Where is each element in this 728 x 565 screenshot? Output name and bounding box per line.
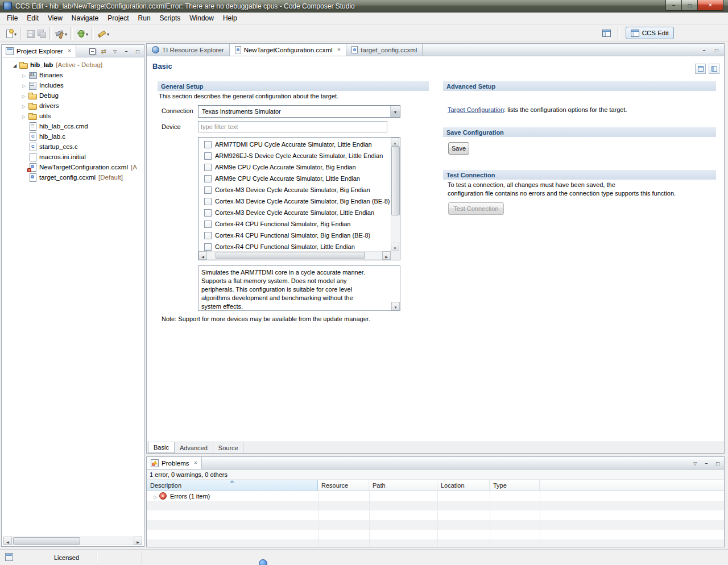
scroll-down-button[interactable]: [391, 243, 399, 251]
scroll-left-button[interactable]: [3, 537, 12, 545]
scroll-right-button[interactable]: [134, 537, 142, 545]
perspective-ccs-edit-button[interactable]: CCS Edit: [626, 27, 674, 39]
menu-edit[interactable]: Edit: [22, 13, 43, 24]
tab-advanced[interactable]: Advanced: [175, 442, 213, 453]
maximize-editor-button[interactable]: [712, 45, 722, 55]
chevron-down-icon[interactable]: [65, 30, 67, 37]
maximize-button[interactable]: [682, 0, 698, 11]
expander-icon[interactable]: [20, 113, 28, 119]
close-button[interactable]: [698, 0, 723, 11]
device-list[interactable]: ARM7TDMI CPU Cycle Accurate Simulator, L…: [198, 137, 400, 260]
menu-window[interactable]: Window: [185, 13, 218, 24]
device-checkbox[interactable]: [204, 186, 212, 194]
connection-combo[interactable]: Texas Instruments Simulator: [198, 105, 400, 118]
column-resource[interactable]: Resource: [318, 480, 369, 491]
tab-source[interactable]: Source: [213, 442, 244, 453]
device-checkbox[interactable]: [204, 152, 212, 160]
edit-resource-button[interactable]: [96, 27, 110, 40]
fast-view-icon[interactable]: [5, 553, 13, 561]
tab-target-config-ccxml[interactable]: target_config.ccxml: [346, 44, 423, 56]
device-checkbox[interactable]: [204, 209, 212, 217]
link-with-editor-button[interactable]: [98, 46, 109, 56]
device-description-box[interactable]: Simulates the ARM7TDMI core in a cycle a…: [198, 265, 400, 311]
combo-dropdown-button[interactable]: [390, 106, 400, 117]
device-checkbox[interactable]: [204, 221, 212, 228]
layout-columns-button[interactable]: [695, 64, 706, 74]
menu-project[interactable]: Project: [103, 13, 133, 24]
tree-item-debug[interactable]: Debug: [2, 90, 144, 101]
column-type[interactable]: Type: [490, 480, 540, 491]
tree-item-drivers[interactable]: drivers: [2, 101, 144, 111]
problems-tab[interactable]: Problems: [147, 457, 202, 469]
scroll-left-button[interactable]: [198, 251, 207, 260]
scroll-up-button[interactable]: [391, 138, 399, 146]
device-checkbox[interactable]: [204, 232, 212, 239]
close-view-icon[interactable]: [68, 48, 72, 53]
expander-icon[interactable]: [20, 72, 28, 78]
view-menu-button[interactable]: [690, 458, 700, 468]
menu-navigate[interactable]: Navigate: [67, 13, 103, 24]
table-row-errors-group[interactable]: Errors (1 item): [147, 491, 724, 501]
minimize-view-button[interactable]: [121, 46, 131, 56]
scroll-thumb[interactable]: [216, 252, 365, 259]
save-button[interactable]: [24, 27, 36, 40]
open-perspective-button[interactable]: [602, 28, 612, 38]
device-list-item[interactable]: ARM7TDMI CPU Cycle Accurate Simulator, L…: [198, 139, 391, 150]
tree-item-includes[interactable]: Includes: [2, 80, 144, 90]
save-all-button[interactable]: [36, 27, 47, 40]
debug-button[interactable]: [75, 27, 89, 40]
title-bar[interactable]: CCS Edit - hib_lab/NewTargetConfiguratio…: [0, 0, 728, 13]
test-connection-button[interactable]: Test Connection: [448, 202, 504, 215]
menu-scripts[interactable]: Scripts: [155, 13, 185, 24]
close-tab-icon[interactable]: [337, 47, 341, 52]
column-description[interactable]: Description: [147, 480, 318, 491]
view-menu-button[interactable]: [110, 46, 120, 56]
scroll-track[interactable]: [207, 251, 382, 260]
tree-item-startup-ccs-c[interactable]: startup_ccs.c: [2, 142, 144, 152]
chevron-down-icon[interactable]: [86, 30, 88, 37]
minimize-editor-button[interactable]: [699, 45, 709, 55]
tree-item-hib-lab[interactable]: hib_lab [Active - Debug]: [2, 60, 144, 70]
device-list-item[interactable]: Cortex-R4 CPU Functional Simulator, Big …: [198, 218, 391, 230]
maximize-view-button[interactable]: [133, 46, 143, 56]
tab-newtargetconfiguration-ccxml[interactable]: NewTargetConfiguration.ccxml: [230, 44, 347, 56]
target-configuration-link[interactable]: Target Configuration: [448, 106, 504, 113]
device-checkbox[interactable]: [204, 243, 212, 251]
tab-basic[interactable]: Basic: [148, 442, 175, 453]
save-configuration-button[interactable]: Save: [448, 142, 469, 155]
chevron-down-icon[interactable]: [14, 30, 16, 37]
menu-help[interactable]: Help: [218, 13, 242, 24]
tree-item-binaries[interactable]: Binaries: [2, 70, 144, 80]
device-checkbox[interactable]: [204, 164, 212, 171]
device-list-item[interactable]: Cortex-R4 CPU Functional Simulator, Litt…: [198, 241, 391, 251]
scroll-down-button[interactable]: [391, 302, 400, 310]
expander-icon[interactable]: [20, 82, 28, 89]
expander-icon[interactable]: [20, 92, 28, 99]
tree-item-macros-ini-initial[interactable]: macros.ini.initial: [2, 152, 144, 162]
collapse-all-button[interactable]: [87, 46, 97, 56]
scroll-track[interactable]: [12, 537, 134, 545]
menu-run[interactable]: Run: [134, 13, 155, 24]
tree-item-target-config-ccxml[interactable]: target_config.ccxml [Default]: [2, 172, 144, 182]
menu-view[interactable]: View: [43, 13, 67, 24]
menu-file[interactable]: File: [2, 13, 22, 24]
project-explorer-tab[interactable]: Project Explorer: [2, 45, 76, 57]
minimize-view-button[interactable]: [701, 458, 712, 468]
tree-item-hib-lab-ccs-cmd[interactable]: hib_lab_ccs.cmd: [2, 121, 144, 131]
build-button[interactable]: [54, 27, 68, 40]
layout-rows-button[interactable]: [709, 64, 719, 74]
chevron-down-icon[interactable]: [107, 30, 109, 37]
device-list-item[interactable]: Cortex-R4 CPU Functional Simulator, Big …: [198, 230, 391, 241]
new-button[interactable]: [3, 27, 18, 40]
scroll-thumb[interactable]: [391, 146, 400, 215]
device-checkbox[interactable]: [204, 175, 212, 182]
tree-item-newtargetconfiguration-ccxml[interactable]: NewTargetConfiguration.ccxml [A: [2, 162, 144, 172]
maximize-view-button[interactable]: [713, 458, 723, 468]
expander-icon[interactable]: [11, 61, 19, 68]
scroll-thumb[interactable]: [13, 537, 80, 545]
device-list-vscrollbar[interactable]: [391, 138, 400, 251]
explorer-hscrollbar[interactable]: [3, 537, 142, 545]
scroll-track[interactable]: [391, 146, 400, 243]
device-filter-input[interactable]: [198, 121, 387, 132]
column-path[interactable]: Path: [369, 480, 437, 491]
